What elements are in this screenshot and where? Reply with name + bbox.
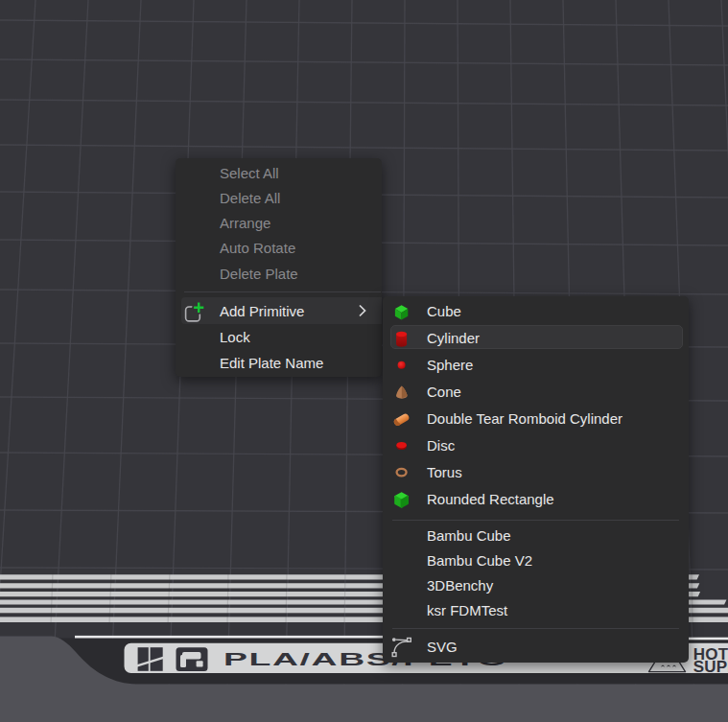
svg-text:SUPP: SUPP: [693, 658, 728, 676]
